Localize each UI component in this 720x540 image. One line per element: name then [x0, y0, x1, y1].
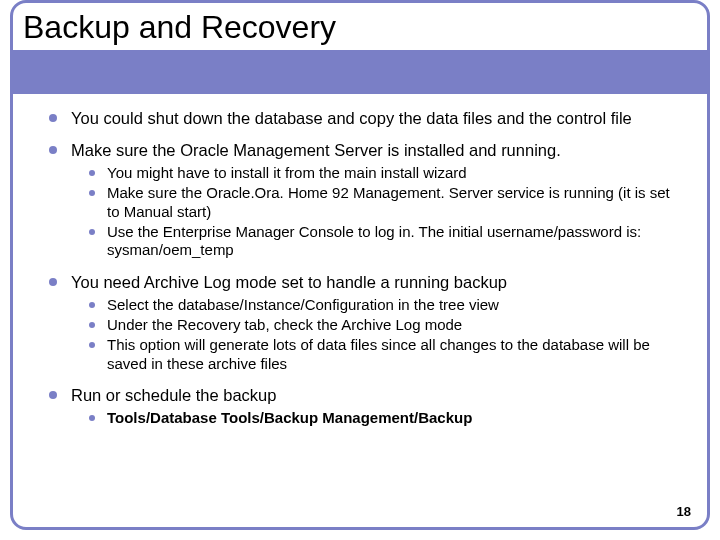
- list-item: Select the database/Instance/Configurati…: [89, 296, 681, 314]
- list-item: Use the Enterprise Manager Console to lo…: [89, 223, 681, 260]
- bullet-list: You could shut down the database and cop…: [49, 108, 681, 427]
- slide-frame: Backup and Recovery You could shut down …: [10, 0, 710, 530]
- bullet-text: Run or schedule the backup: [71, 385, 681, 405]
- sub-list: You might have to install it from the ma…: [89, 164, 681, 259]
- bullet-text: You need Archive Log mode set to handle …: [71, 272, 681, 292]
- list-item: Make sure the Oracle Management Server i…: [49, 140, 681, 260]
- sub-bullet-text: Select the database/Instance/Configurati…: [107, 296, 681, 314]
- list-item: You need Archive Log mode set to handle …: [49, 272, 681, 373]
- content-area: You could shut down the database and cop…: [13, 94, 707, 427]
- sub-bullet-text: Under the Recovery tab, check the Archiv…: [107, 316, 681, 334]
- title-area: Backup and Recovery: [13, 3, 707, 50]
- page-number: 18: [677, 504, 691, 519]
- sub-bullet-text: Use the Enterprise Manager Console to lo…: [107, 223, 681, 260]
- sub-list: Select the database/Instance/Configurati…: [89, 296, 681, 373]
- sub-bullet-text: You might have to install it from the ma…: [107, 164, 681, 182]
- list-item: Tools/Database Tools/Backup Management/B…: [89, 409, 681, 427]
- list-item: You might have to install it from the ma…: [89, 164, 681, 182]
- list-item: Make sure the Oracle.Ora. Home 92 Manage…: [89, 184, 681, 221]
- slide-canvas: Backup and Recovery You could shut down …: [0, 0, 720, 540]
- sub-bullet-text: This option will generate lots of data f…: [107, 336, 681, 373]
- sub-bullet-text: Tools/Database Tools/Backup Management/B…: [107, 409, 681, 427]
- list-item: This option will generate lots of data f…: [89, 336, 681, 373]
- title-band: [13, 50, 707, 94]
- list-item: Under the Recovery tab, check the Archiv…: [89, 316, 681, 334]
- sub-list: Tools/Database Tools/Backup Management/B…: [89, 409, 681, 427]
- list-item: You could shut down the database and cop…: [49, 108, 681, 128]
- bullet-text: You could shut down the database and cop…: [71, 108, 681, 128]
- bullet-text: Make sure the Oracle Management Server i…: [71, 140, 681, 160]
- slide-title: Backup and Recovery: [23, 9, 707, 50]
- sub-bullet-text: Make sure the Oracle.Ora. Home 92 Manage…: [107, 184, 681, 221]
- list-item: Run or schedule the backup Tools/Databas…: [49, 385, 681, 427]
